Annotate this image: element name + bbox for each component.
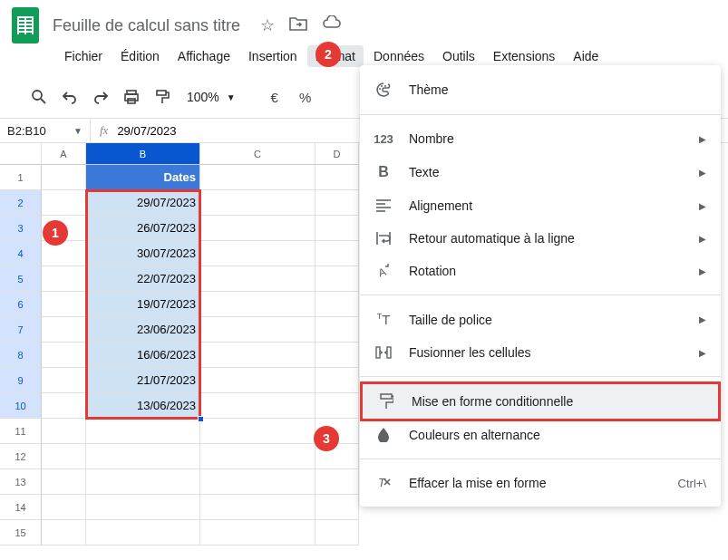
cell[interactable]: [315, 317, 359, 343]
cell[interactable]: [42, 520, 86, 546]
col-header-d[interactable]: D: [315, 143, 359, 165]
row-header[interactable]: 1: [0, 165, 42, 190]
percent-format-button[interactable]: %: [292, 83, 319, 111]
cell[interactable]: [42, 190, 86, 216]
menu-conditional-formatting[interactable]: Mise en forme conditionnelle: [360, 381, 721, 421]
cell[interactable]: [315, 216, 359, 241]
menu-extensions[interactable]: Extensions: [485, 45, 563, 67]
row-header[interactable]: 5: [0, 266, 42, 292]
cloud-status-icon[interactable]: [322, 15, 342, 35]
row-header[interactable]: 14: [0, 495, 42, 520]
currency-format-button[interactable]: €: [261, 83, 288, 111]
cell[interactable]: [200, 165, 315, 190]
undo-icon[interactable]: [56, 83, 83, 111]
cell[interactable]: [200, 393, 315, 419]
menu-affichage[interactable]: Affichage: [170, 45, 238, 67]
cell[interactable]: [200, 216, 315, 241]
menu-theme[interactable]: Thème: [360, 72, 721, 107]
menu-insertion[interactable]: Insertion: [240, 45, 306, 67]
cell[interactable]: [42, 419, 86, 444]
cell[interactable]: 23/06/2023: [86, 317, 200, 343]
cell[interactable]: [315, 165, 359, 190]
cell[interactable]: [200, 292, 315, 317]
row-header[interactable]: 11: [0, 419, 42, 444]
cell[interactable]: [200, 495, 315, 520]
redo-icon[interactable]: [87, 83, 114, 111]
menu-rotation[interactable]: A Rotation ▶: [360, 255, 721, 287]
cell[interactable]: [315, 292, 359, 317]
cell[interactable]: [315, 266, 359, 292]
cell[interactable]: [200, 317, 315, 343]
cell[interactable]: [86, 444, 200, 469]
row-header[interactable]: 9: [0, 368, 42, 393]
col-header-c[interactable]: C: [200, 143, 315, 165]
menu-donnees[interactable]: Données: [365, 45, 432, 67]
cell[interactable]: [200, 469, 315, 495]
formula-input[interactable]: 29/07/2023: [117, 124, 176, 138]
cell[interactable]: [42, 444, 86, 469]
menu-edition[interactable]: Édition: [112, 45, 168, 67]
cell[interactable]: 26/07/2023: [86, 216, 200, 241]
menu-alignment[interactable]: Alignement ▶: [360, 189, 721, 222]
cell[interactable]: [42, 165, 86, 190]
cell[interactable]: [42, 317, 86, 343]
col-header-a[interactable]: A: [42, 143, 86, 165]
cell[interactable]: [315, 393, 359, 419]
menu-text[interactable]: B Texte ▶: [360, 155, 721, 189]
cell[interactable]: [86, 419, 200, 444]
move-folder-icon[interactable]: [289, 15, 307, 35]
col-header-b[interactable]: B: [86, 143, 200, 165]
cell[interactable]: [42, 495, 86, 520]
cell[interactable]: [315, 495, 359, 520]
cell[interactable]: [200, 368, 315, 393]
cell[interactable]: 29/07/2023: [86, 190, 200, 216]
sheets-app-icon[interactable]: [7, 7, 44, 43]
cell[interactable]: 30/07/2023: [86, 241, 200, 266]
menu-wrap[interactable]: Retour automatique à la ligne ▶: [360, 222, 721, 255]
cell[interactable]: [86, 495, 200, 520]
cell[interactable]: [200, 419, 315, 444]
row-header[interactable]: 7: [0, 317, 42, 343]
cell[interactable]: 13/06/2023: [86, 393, 200, 419]
document-title[interactable]: Feuille de calcul sans titre: [53, 16, 240, 35]
cell[interactable]: [42, 241, 86, 266]
cell-header-dates[interactable]: Dates: [86, 165, 200, 190]
row-header[interactable]: 3: [0, 216, 42, 241]
menu-alternating-colors[interactable]: Couleurs en alternance: [360, 419, 721, 451]
row-header[interactable]: 12: [0, 444, 42, 469]
cell[interactable]: [200, 520, 315, 546]
zoom-selector[interactable]: 100%▼: [180, 90, 243, 104]
menu-number[interactable]: 123 Nombre ▶: [360, 122, 721, 155]
cell[interactable]: [315, 520, 359, 546]
cell[interactable]: [315, 368, 359, 393]
selection-handle[interactable]: [198, 416, 204, 422]
menu-clear-formatting[interactable]: T Effacer la mise en forme Ctrl+\: [360, 467, 721, 499]
cell[interactable]: [42, 343, 86, 368]
row-header[interactable]: 15: [0, 520, 42, 546]
menu-fichier[interactable]: Fichier: [56, 45, 111, 67]
cell[interactable]: [315, 469, 359, 495]
cell[interactable]: [200, 444, 315, 469]
star-icon[interactable]: ☆: [260, 15, 275, 35]
search-icon[interactable]: [25, 83, 53, 111]
print-icon[interactable]: [118, 83, 145, 111]
select-all-corner[interactable]: [0, 143, 42, 165]
menu-font-size[interactable]: TT Taille de police ▶: [360, 303, 721, 336]
cell[interactable]: [86, 520, 200, 546]
cell[interactable]: [200, 241, 315, 266]
row-header[interactable]: 6: [0, 292, 42, 317]
cell[interactable]: [42, 266, 86, 292]
menu-merge-cells[interactable]: Fusionner les cellules ▶: [360, 336, 721, 369]
cell[interactable]: [200, 343, 315, 368]
menu-aide[interactable]: Aide: [565, 45, 607, 67]
cell[interactable]: 19/07/2023: [86, 292, 200, 317]
cell[interactable]: [315, 190, 359, 216]
cell[interactable]: [200, 266, 315, 292]
cell[interactable]: 22/07/2023: [86, 266, 200, 292]
cell[interactable]: [42, 292, 86, 317]
cell[interactable]: [42, 469, 86, 495]
menu-outils[interactable]: Outils: [434, 45, 483, 67]
row-header[interactable]: 2: [0, 190, 42, 216]
row-header[interactable]: 4: [0, 241, 42, 266]
row-header[interactable]: 13: [0, 469, 42, 495]
